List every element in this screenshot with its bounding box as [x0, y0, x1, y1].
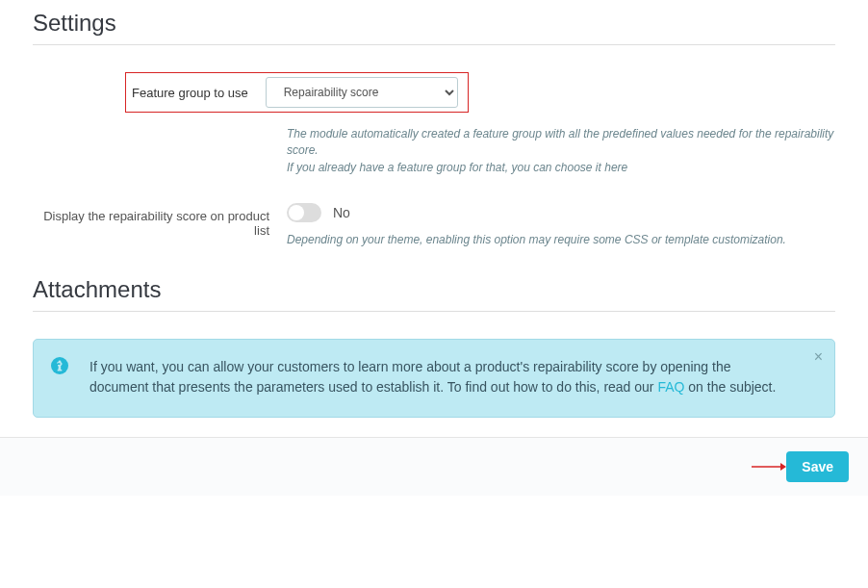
attachments-info-alert: ? × If you want, you can allow your cust… [33, 339, 835, 418]
footer: Save [0, 437, 868, 496]
feature-group-select[interactable]: Repairability score [266, 77, 458, 108]
svg-text:?: ? [57, 358, 64, 372]
feature-group-highlight-box: Feature group to use Repairability score [125, 72, 469, 113]
svg-marker-4 [780, 463, 786, 471]
display-list-toggle[interactable] [287, 203, 321, 222]
faq-link[interactable]: FAQ [657, 379, 684, 395]
save-button[interactable]: Save [786, 451, 849, 482]
display-list-label: Display the repairability score on produ… [33, 203, 287, 238]
feature-group-row: Feature group to use Repairability score [33, 72, 835, 113]
settings-divider [33, 44, 835, 45]
toggle-knob [289, 205, 304, 220]
attachments-divider [33, 311, 835, 312]
spacer [33, 116, 287, 122]
arrow-indicator-icon [752, 461, 786, 473]
feature-group-help: The module automatically created a featu… [287, 126, 835, 176]
attachments-title: Attachments [33, 276, 835, 303]
info-icon: ? [49, 355, 70, 376]
feature-group-label: Feature group to use [132, 86, 248, 100]
close-icon[interactable]: × [814, 349, 823, 365]
info-text: If you want, you can allow your customer… [89, 359, 776, 395]
spacer-label [33, 72, 125, 78]
settings-title: Settings [33, 10, 835, 37]
display-list-value: No [333, 205, 350, 220]
display-list-help: Depending on your theme, enabling this o… [287, 232, 835, 248]
feature-group-help-row: The module automatically created a featu… [33, 116, 835, 176]
display-list-row: Display the repairability score on produ… [33, 203, 835, 248]
